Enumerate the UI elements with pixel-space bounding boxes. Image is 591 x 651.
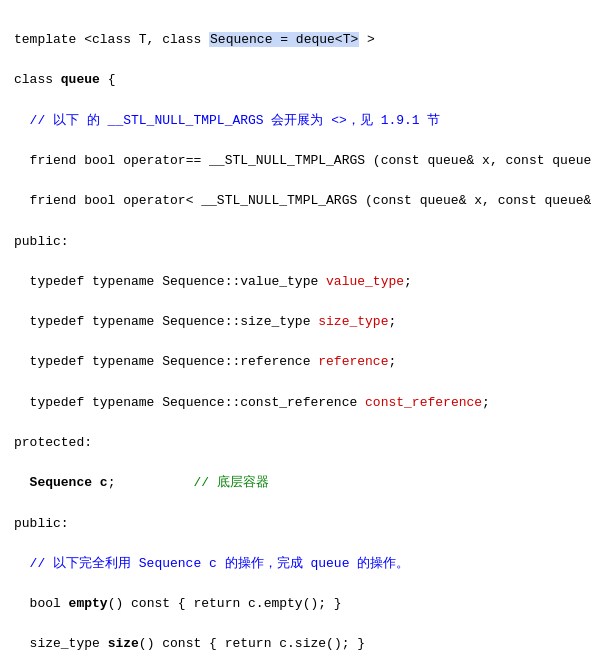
- line-15: bool empty() const { return c.empty(); }: [14, 594, 577, 614]
- line-1: template <class T, class Sequence = dequ…: [14, 30, 577, 50]
- line-8: typedef typename Sequence::size_type siz…: [14, 312, 577, 332]
- line-7: typedef typename Sequence::value_type va…: [14, 272, 577, 292]
- line-10: typedef typename Sequence::const_referen…: [14, 393, 577, 413]
- line-11: protected:: [14, 433, 577, 453]
- line-4: friend bool operator== __STL_NULL_TMPL_A…: [14, 151, 577, 171]
- line-3: // 以下 的 __STL_NULL_TMPL_ARGS 会开展为 <>，见 1…: [14, 111, 577, 131]
- line-5: friend bool operator< __STL_NULL_TMPL_AR…: [14, 191, 577, 211]
- code-text: >: [359, 32, 375, 47]
- line-9: typedef typename Sequence::reference ref…: [14, 352, 577, 372]
- highlighted-sequence: Sequence = deque<T>: [209, 32, 359, 47]
- code-text: template <class T, class: [14, 32, 209, 47]
- line-16: size_type size() const { return c.size()…: [14, 634, 577, 651]
- code-container: template <class T, class Sequence = dequ…: [14, 10, 577, 651]
- line-2: class queue {: [14, 70, 577, 90]
- line-12: Sequence c; // 底层容器: [14, 473, 577, 493]
- line-13: public:: [14, 514, 577, 534]
- line-6: public:: [14, 232, 577, 252]
- line-14: // 以下完全利用 Sequence c 的操作，完成 queue 的操作。: [14, 554, 577, 574]
